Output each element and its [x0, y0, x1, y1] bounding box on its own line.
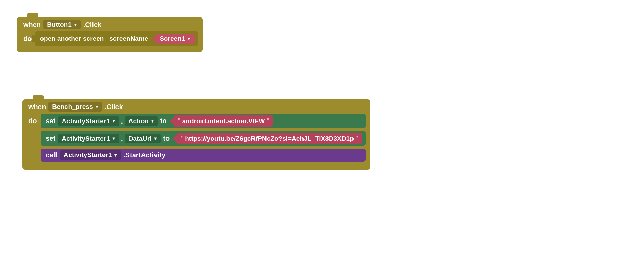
- row2-component-dropdown[interactable]: ActivityStarter1 ▼: [58, 134, 119, 143]
- block2-bench-arrow: ▼: [95, 104, 99, 110]
- row1-string-value: " android.intent.action.VIEW ": [170, 115, 273, 127]
- row2-component-arrow: ▼: [112, 136, 116, 141]
- row2-set-label: set: [44, 135, 57, 142]
- block2-header-row: when Bench_press ▼ .Click: [27, 102, 366, 112]
- block1-when-label: when: [22, 21, 42, 29]
- row1-quote-close: ": [267, 117, 269, 125]
- open-screen-label: open another screen: [38, 35, 105, 42]
- row2-quote-open: ": [181, 135, 183, 142]
- row1-component-dropdown[interactable]: ActivityStarter1 ▼: [58, 116, 119, 126]
- row3-method-label: .StartActivity: [122, 151, 167, 159]
- row2-dot: .: [120, 134, 124, 143]
- row3-call-label: call: [44, 151, 58, 159]
- block2-do-area: do set ActivityStarter1 ▼ . Action ▼: [27, 114, 366, 163]
- row2-to-label: to: [162, 135, 171, 142]
- row3-component-arrow: ▼: [113, 153, 118, 158]
- block2-row3: call ActivityStarter1 ▼ .StartActivity: [41, 149, 365, 162]
- row2-quote-close: ": [356, 135, 358, 142]
- row1-value-text: android.intent.action.VIEW: [182, 117, 265, 125]
- block-group-2: when Bench_press ▼ .Click do set Activit…: [22, 99, 370, 170]
- block1-header-row: when Button1 ▼ .Click: [22, 20, 198, 29]
- block2-do-label: do: [27, 117, 38, 125]
- screen-value-block: Screen1 ▼: [152, 34, 195, 44]
- row1-string-block: " android.intent.action.VIEW ": [174, 115, 273, 127]
- block2-bench-dropdown[interactable]: Bench_press ▼: [48, 102, 102, 112]
- block2-rows: set ActivityStarter1 ▼ . Action ▼ to: [41, 114, 365, 163]
- screen-name-label: screenName: [108, 35, 149, 42]
- block1-open-screen-block: open another screen screenName Screen1 ▼: [35, 31, 198, 46]
- row2-string-block: " https://youtu.be/Z6gcRfPNcZo?si=AehJL_…: [177, 133, 362, 144]
- block2-row1: set ActivityStarter1 ▼ . Action ▼ to: [41, 114, 365, 128]
- screen1-dropdown[interactable]: Screen1 ▼: [156, 34, 195, 44]
- row1-to-label: to: [159, 117, 168, 125]
- row1-quote-open: ": [178, 117, 181, 125]
- row1-property-arrow: ▼: [150, 118, 155, 124]
- row2-value-text: https://youtu.be/Z6gcRfPNcZo?si=AehJL_Tl…: [185, 135, 354, 142]
- row2-property-dropdown[interactable]: DataUri ▼: [125, 134, 161, 143]
- block-group-1: when Button1 ▼ .Click do open another sc…: [17, 17, 203, 52]
- block1-do-row: do open another screen screenName Screen…: [22, 31, 198, 46]
- row1-component-arrow: ▼: [112, 118, 116, 124]
- row2-string-value: " https://youtu.be/Z6gcRfPNcZo?si=AehJL_…: [172, 133, 362, 144]
- block1-click-label: .Click: [82, 21, 103, 29]
- row2-property-arrow: ▼: [153, 136, 158, 141]
- block2-when-label: when: [27, 103, 47, 111]
- block2-row2: set ActivityStarter1 ▼ . DataUri ▼ to: [41, 131, 365, 146]
- block1-button-arrow: ▼: [73, 22, 78, 27]
- row1-dot: .: [120, 117, 124, 126]
- row1-set-label: set: [44, 117, 57, 125]
- screen1-arrow: ▼: [187, 36, 191, 41]
- row3-component-dropdown[interactable]: ActivityStarter1 ▼: [60, 150, 121, 160]
- block1-button-dropdown[interactable]: Button1 ▼: [43, 20, 81, 29]
- row1-property-dropdown[interactable]: Action ▼: [125, 116, 158, 126]
- block2-click-label: .Click: [103, 103, 124, 111]
